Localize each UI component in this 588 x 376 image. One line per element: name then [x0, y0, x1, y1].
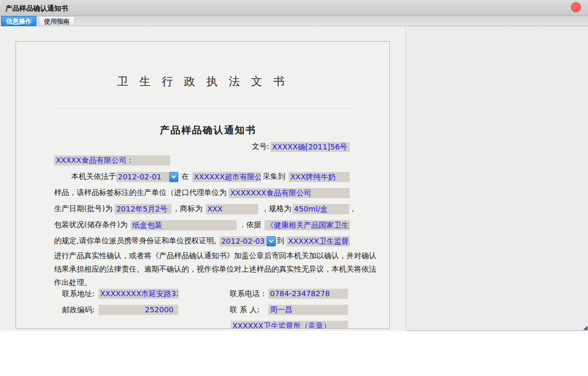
collect-date-input[interactable]: 2012-02-01: [116, 172, 169, 182]
collect-text-3: 采集到: [263, 172, 285, 182]
basis-label: ．依据: [239, 220, 261, 230]
contact-person-label: 联 系 人:: [230, 305, 260, 315]
producer-row: 样品，该样品标签标注的生产单位（进口代理单位为 XXXXXXX食品有限公司: [54, 187, 350, 198]
confirm-row: 的规定,请你单位派员携带身份证和单位授权证明, 2012-02-03 到 XXX…: [54, 236, 350, 246]
chevron-down-icon: [171, 175, 176, 178]
collect-text-2: 在: [182, 172, 189, 182]
spec-input[interactable]: 450ml/盒: [292, 204, 349, 214]
spec-label: ，规格为: [261, 204, 291, 214]
address-input[interactable]: XXXXXXXX市延安路33号: [99, 289, 178, 299]
basis-input[interactable]: 《健康相关产品国家卫生监: [265, 220, 350, 230]
spec-comma: ，: [349, 204, 357, 214]
producer-input[interactable]: XXXXXXX食品有限公司: [229, 188, 350, 198]
tab-page: 卫 生 行 政 执 法 文 书 产品样品确认通知书 文号: XXXXX确[201…: [0, 26, 406, 331]
tab-info-operation[interactable]: 信息操作: [1, 16, 36, 27]
zip-input[interactable]: 252000: [99, 305, 178, 315]
window-title: 产品样品确认通知书: [5, 4, 68, 13]
doc-number-row: 文号: XXXXX确[2011]56号: [54, 141, 350, 152]
paragraph-line-3: 作出处理。: [54, 276, 379, 289]
window-resize-grip[interactable]: [583, 326, 587, 330]
confirm-date-combo: 2012-02-03: [220, 236, 276, 246]
close-button[interactable]: [571, 2, 581, 12]
phone-label: 联系电话：: [230, 289, 267, 299]
confirm-text-1: 的规定,请你单位派员携带身份证和单位授权证明,: [54, 236, 216, 246]
collect-date-combo: 2012-02-01: [116, 172, 178, 182]
document-panel: 卫 生 行 政 执 法 文 书 产品样品确认通知书 文号: XXXXX确[201…: [16, 41, 390, 329]
confirm-text-2: 到: [277, 236, 284, 246]
paragraph-line-1: 进行产品真实性确认，或者将《产品样品确认通知书》加盖公章后寄回本机关加以确认，并…: [54, 249, 379, 262]
document-title: 产品样品确认通知书: [54, 124, 362, 137]
production-date-input[interactable]: 2012年5月2号: [115, 204, 171, 214]
recipient-input[interactable]: XXXXX食品有限公司：: [54, 155, 170, 166]
packing-label: 包装状况(储存条件)为: [54, 220, 127, 230]
confirm-org-input[interactable]: XXXXXX卫生监督所: [287, 236, 350, 246]
title-bar: 产品样品确认通知书: [0, 0, 588, 16]
stamp-org-input[interactable]: XXXXXX卫生监督所（盖章）: [231, 321, 348, 329]
production-date-label: 生产日期(批号)为: [54, 204, 112, 214]
brand-input[interactable]: XXX: [206, 204, 258, 214]
phone-input[interactable]: 0784-23478278: [268, 289, 348, 299]
zip-label: 邮政编码:: [62, 305, 95, 315]
tab-user-guide[interactable]: 使用指南: [39, 16, 75, 26]
collect-date-dropdown-button[interactable]: [169, 172, 178, 182]
producer-text: 样品，该样品标签标注的生产单位（进口代理单位为: [54, 188, 227, 198]
contact-person-input[interactable]: 周一昌: [268, 305, 348, 315]
collect-text-1: 本机关依法于: [71, 172, 116, 182]
tab-bar: 信息操作 使用指南: [0, 16, 588, 26]
collect-row: 本机关依法于 2012-02-01 在 XXXXXX超市有限公司 采集到 XXX…: [54, 171, 350, 182]
chevron-down-icon: [269, 239, 274, 243]
sample-name-input[interactable]: XXX牌纯牛奶: [289, 172, 350, 182]
address-label: 联系地址:: [62, 289, 95, 299]
doc-number-input[interactable]: XXXXX确[2011]56号: [270, 142, 350, 152]
confirm-date-input[interactable]: 2012-02-03: [220, 236, 267, 246]
app-window: 产品样品确认通知书 信息操作 使用指南 卫 生 行 政 执 法 文 书 产品样品…: [0, 0, 588, 331]
letterhead-divider: [54, 108, 351, 109]
packing-row: 包装状况(储存条件)为 纸盒包装 ．依据 《健康相关产品国家卫生监: [54, 220, 350, 230]
paragraph-line-2: 结果承担相应的法律责任。逾期不确认的，视作你单位对上述样品的真实性无异议，本机关…: [54, 262, 379, 276]
brand-label: ，商标为: [172, 204, 202, 214]
doc-number-label: 文号:: [252, 142, 269, 152]
production-row: 生产日期(批号)为 2012年5月2号 ，商标为 XXX ，规格为 450ml/…: [54, 204, 357, 214]
confirm-date-dropdown-button[interactable]: [267, 236, 276, 246]
document-letterhead: 卫 生 行 政 执 法 文 书: [54, 74, 351, 89]
recipient-row: XXXXX食品有限公司：: [54, 155, 350, 166]
collect-place-input[interactable]: XXXXXX超市有限公司: [192, 172, 261, 182]
packing-input[interactable]: 纸盒包装: [131, 220, 237, 230]
